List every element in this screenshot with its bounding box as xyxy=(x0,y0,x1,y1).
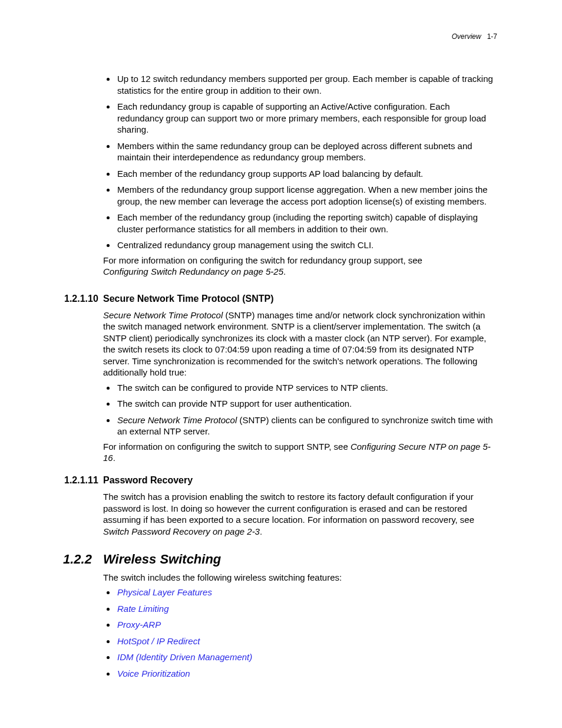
section-number: 1.2.2 xyxy=(63,551,103,568)
section-title: Password Recovery xyxy=(103,475,193,486)
pw-ref: Switch Password Recovery on page 2-3 xyxy=(103,526,260,536)
header-page-number xyxy=(483,32,487,41)
list-item: Secure Network Time Protocol (SNTP) clie… xyxy=(116,414,497,437)
list-item: HotSpot / IP Redirect xyxy=(116,635,497,647)
list-item: Each redundancy group is capable of supp… xyxy=(116,101,497,136)
section-title: Wireless Switching xyxy=(103,551,221,568)
link-idm[interactable]: IDM (Identity Driven Management) xyxy=(117,652,252,662)
redundancy-footer-text: For more information on configuring the … xyxy=(103,255,422,265)
section-number: 1.2.1.11 xyxy=(64,475,103,486)
list-item: Proxy-ARP xyxy=(116,619,497,631)
page-container: Overview 1-7 Up to 12 switch redundancy … xyxy=(0,0,562,728)
list-item: Up to 12 switch redundancy members suppo… xyxy=(116,73,497,96)
section-pw-heading: 1.2.1.11 Password Recovery xyxy=(103,475,497,486)
list-item: Centralized redundancy group management … xyxy=(116,239,497,251)
header-page-num: 1-7 xyxy=(487,32,497,41)
sntp-b3-lead: Secure Network Time Protocol xyxy=(117,415,237,425)
list-item: The switch can provide NTP support for u… xyxy=(116,398,497,410)
sntp-footer-pre: For information on configuring the switc… xyxy=(103,442,351,452)
section-title: Secure Network Time Protocol (SNTP) xyxy=(103,293,274,305)
list-item: Members within the same redundancy group… xyxy=(116,140,497,163)
link-voice-prioritization[interactable]: Voice Prioritization xyxy=(117,668,190,678)
list-item: Physical Layer Features xyxy=(116,587,497,598)
list-item: Each member of the redundancy group supp… xyxy=(116,168,497,180)
pw-body-text: The switch has a provision enabling the … xyxy=(103,492,474,525)
link-rate-limiting[interactable]: Rate Limiting xyxy=(117,604,169,614)
section-number: 1.2.1.10 xyxy=(64,293,103,305)
link-proxy-arp[interactable]: Proxy-ARP xyxy=(117,620,161,630)
sntp-bullet-list: The switch can be configured to provide … xyxy=(103,382,497,437)
section-wireless-heading: 1.2.2 Wireless Switching xyxy=(103,551,497,568)
list-item: IDM (Identity Driven Management) xyxy=(116,651,497,663)
sntp-intro-rest: (SNTP) manages time and/or network clock… xyxy=(103,310,487,378)
section-sntp-heading: 1.2.1.10 Secure Network Time Protocol (S… xyxy=(103,293,497,305)
sntp-intro: Secure Network Time Protocol (SNTP) mana… xyxy=(103,309,497,378)
page-content: Up to 12 switch redundancy members suppo… xyxy=(103,73,497,679)
list-item: The switch can be configured to provide … xyxy=(116,382,497,394)
pw-body: The switch has a provision enabling the … xyxy=(103,491,497,537)
dot: . xyxy=(113,453,115,463)
page-header: Overview 1-7 xyxy=(65,32,497,41)
list-item: Rate Limiting xyxy=(116,603,497,615)
header-section-label: Overview xyxy=(452,32,481,41)
sntp-intro-lead: Secure Network Time Protocol xyxy=(103,310,223,320)
redundancy-bullet-list: Up to 12 switch redundancy members suppo… xyxy=(103,73,497,251)
wireless-intro: The switch includes the following wirele… xyxy=(103,572,497,584)
redundancy-footer: For more information on configuring the … xyxy=(103,255,497,278)
list-item: Voice Prioritization xyxy=(116,668,497,680)
link-hotspot[interactable]: HotSpot / IP Redirect xyxy=(117,636,200,646)
sntp-footer: For information on configuring the switc… xyxy=(103,441,497,464)
wireless-link-list: Physical Layer Features Rate Limiting Pr… xyxy=(103,587,497,679)
list-item: Each member of the redundancy group (inc… xyxy=(116,212,497,235)
list-item: Members of the redundancy group support … xyxy=(116,184,497,207)
redundancy-footer-ref: Configuring Switch Redundancy on page 5-… xyxy=(103,266,283,276)
dot: . xyxy=(283,266,286,276)
link-physical-layer[interactable]: Physical Layer Features xyxy=(117,587,212,597)
dot: . xyxy=(260,526,262,536)
